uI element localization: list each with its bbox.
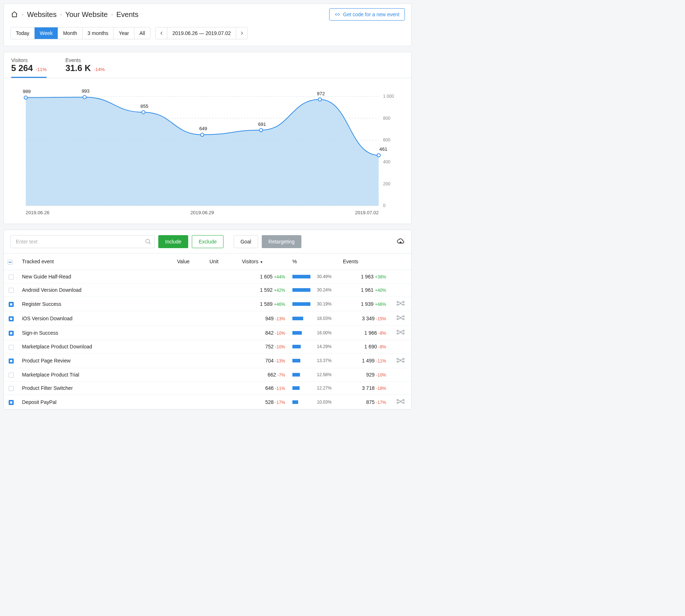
row-checkbox[interactable] (9, 316, 14, 321)
home-icon[interactable] (10, 10, 18, 18)
row-checkbox[interactable] (9, 302, 14, 307)
svg-point-48 (397, 400, 398, 401)
flow-icon[interactable] (397, 300, 405, 306)
stat-label: Events (65, 57, 105, 63)
svg-point-36 (397, 316, 398, 317)
range-tab-month[interactable]: Month (58, 27, 83, 39)
row-checkbox[interactable] (9, 288, 14, 293)
pct-cell: 30.24% (289, 283, 339, 296)
table-row[interactable]: Deposit PayPal 528-17% 10.03% 875-17% (4, 395, 411, 409)
row-checkbox[interactable] (9, 345, 14, 350)
col-header-visitors[interactable]: Visitors▼ (238, 254, 289, 270)
events-cell: 1 961+40% (339, 283, 390, 296)
row-checkbox[interactable] (9, 386, 14, 391)
range-tab-today[interactable]: Today (11, 27, 35, 39)
breadcrumb-item[interactable]: Events (116, 10, 138, 19)
breadcrumb-item[interactable]: Your Website (65, 10, 108, 19)
pct-cell: 14.29% (289, 340, 339, 353)
col-header-event[interactable]: Tracked event (18, 254, 173, 270)
date-range-display[interactable]: 2019.06.26 — 2019.07.02 (167, 27, 236, 39)
table-row[interactable]: Marketplace Product Download 752-10% 14.… (4, 340, 411, 353)
event-name: Product Filter Switcher (18, 381, 173, 395)
flow-icon[interactable] (397, 357, 405, 363)
goal-button[interactable]: Goal (234, 235, 258, 248)
svg-text:855: 855 (141, 104, 149, 109)
svg-point-40 (397, 330, 398, 332)
svg-text:2019.06.26: 2019.06.26 (26, 210, 49, 215)
download-icon[interactable] (396, 238, 405, 245)
get-code-button[interactable]: Get code for a new event (329, 8, 405, 21)
flow-icon[interactable] (397, 329, 405, 335)
svg-point-22 (259, 128, 262, 132)
table-row[interactable]: Marketplace Product Trial 662-7% 12.58% … (4, 368, 411, 381)
table-row[interactable]: Product Page Review 704-13% 13.37% 1 499… (4, 353, 411, 368)
sort-desc-icon: ▼ (260, 260, 263, 264)
exclude-button[interactable]: Exclude (192, 235, 224, 248)
svg-text:200: 200 (383, 181, 390, 186)
svg-point-16 (83, 96, 86, 99)
search-icon[interactable] (145, 238, 151, 245)
page-header: › Websites › Your Website › Events Get c… (4, 4, 412, 46)
retargeting-button[interactable]: Retargeting (262, 235, 301, 248)
svg-point-37 (397, 318, 398, 320)
col-header-unit[interactable]: Unit (206, 254, 238, 270)
breadcrumb-item[interactable]: Websites (27, 10, 57, 19)
col-header-pct[interactable]: % (289, 254, 339, 270)
filter-input[interactable] (14, 236, 145, 248)
visitors-cell: 842-10% (238, 326, 289, 340)
table-row[interactable]: Product Filter Switcher 646-11% 12.27% 3… (4, 381, 411, 395)
table-row[interactable]: Register Success 1 589+46% 30.19% 1 939+… (4, 297, 411, 311)
svg-text:989: 989 (23, 89, 31, 94)
row-checkbox[interactable] (9, 373, 14, 378)
svg-point-0 (337, 14, 337, 14)
select-all-checkbox[interactable] (8, 260, 13, 265)
svg-text:1 000: 1 000 (383, 94, 394, 99)
stat-tabs: Visitors 5 264 -11% Events 31.6 K -14% (4, 52, 411, 78)
get-code-label: Get code for a new event (343, 12, 399, 17)
svg-point-51 (403, 402, 404, 404)
include-button[interactable]: Include (158, 235, 188, 248)
events-cell: 1 499-11% (339, 353, 390, 368)
svg-point-49 (397, 402, 398, 404)
event-name: iOS Version Download (18, 311, 173, 326)
event-name: Android Version Download (18, 283, 173, 296)
stat-events[interactable]: Events 31.6 K -14% (65, 57, 105, 78)
pct-cell: 30.49% (289, 270, 339, 283)
svg-point-20 (200, 133, 204, 136)
code-icon (335, 12, 340, 17)
col-header-events[interactable]: Events (339, 254, 390, 270)
event-name: Marketplace Product Trial (18, 368, 173, 381)
flow-icon[interactable] (397, 399, 405, 404)
range-tab-week[interactable]: Week (35, 27, 58, 39)
svg-point-18 (142, 111, 145, 114)
row-checkbox[interactable] (9, 400, 14, 405)
table-row[interactable]: iOS Version Download 949-13% 18.03% 3 34… (4, 311, 411, 326)
table-row[interactable]: Android Version Download 1 592+42% 30.24… (4, 283, 411, 296)
range-tab-year[interactable]: Year (114, 27, 134, 39)
table-row[interactable]: New Guide Half-Read 1 605+44% 30.49% 1 9… (4, 270, 411, 283)
svg-point-42 (403, 330, 404, 332)
svg-point-35 (403, 304, 404, 305)
range-tab-all[interactable]: All (134, 27, 150, 39)
events-cell: 1 939+46% (339, 297, 390, 311)
events-cell: 875-17% (339, 395, 390, 409)
range-tab-3-months[interactable]: 3 months (83, 27, 114, 39)
stat-delta: -14% (94, 67, 105, 72)
col-header-value[interactable]: Value (173, 254, 206, 270)
pct-cell: 13.37% (289, 353, 339, 368)
table-row[interactable]: Sign-in Success 842-10% 16.00% 1 966-8% (4, 326, 411, 340)
stat-visitors[interactable]: Visitors 5 264 -11% (11, 57, 47, 78)
events-cell: 3 718-18% (339, 381, 390, 395)
events-cell: 1 690-8% (339, 340, 390, 353)
date-prev-button[interactable] (156, 27, 167, 39)
event-name: Sign-in Success (18, 326, 173, 340)
flow-icon[interactable] (397, 315, 405, 321)
row-checkbox[interactable] (9, 331, 14, 336)
row-checkbox[interactable] (9, 274, 14, 280)
visitors-cell: 704-13% (238, 353, 289, 368)
event-name: Product Page Review (18, 353, 173, 368)
date-next-button[interactable] (236, 27, 247, 39)
breadcrumb: › Websites › Your Website › Events Get c… (10, 8, 405, 21)
row-checkbox[interactable] (9, 358, 14, 364)
period-controls: TodayWeekMonth3 monthsYearAll 2019.06.26… (10, 27, 405, 39)
